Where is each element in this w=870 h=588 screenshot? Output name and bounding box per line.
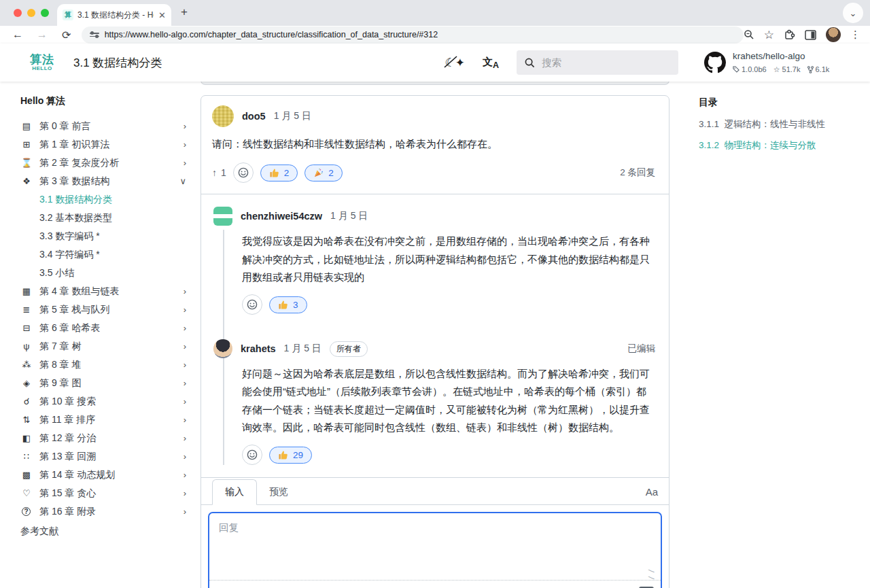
chevron-right-icon[interactable]: › bbox=[184, 415, 190, 425]
sidebar-item-ch2[interactable]: ⌛第 2 章 复杂度分析› bbox=[20, 154, 190, 172]
calculator-icon: ⊞ bbox=[20, 139, 33, 150]
sidebar-item-ch0[interactable]: ▤第 0 章 前言› bbox=[20, 117, 190, 135]
site-settings-icon[interactable] bbox=[90, 33, 99, 37]
reload-button[interactable]: ⟳ bbox=[60, 29, 73, 41]
address-bar[interactable]: https://www.hello-algo.com/chapter_data_… bbox=[82, 27, 744, 44]
sidebar-item-ch11[interactable]: ⇅第 11 章 排序› bbox=[20, 411, 190, 429]
divide-conquer-icon: ◧ bbox=[20, 433, 33, 443]
side-panel-icon[interactable] bbox=[805, 30, 816, 40]
reply-textarea[interactable]: 回复 〳〳 M↓ bbox=[208, 512, 662, 588]
reaction-party-popper[interactable]: 2 bbox=[304, 165, 343, 181]
reaction-thumbs-up[interactable]: 3 bbox=[269, 296, 307, 313]
macos-minimize-button[interactable] bbox=[27, 9, 35, 17]
chevron-right-icon[interactable]: › bbox=[184, 139, 190, 150]
toc-item-311[interactable]: 3.1.1 逻辑结构：线性与非线性 bbox=[699, 118, 855, 131]
reaction-thumbs-up[interactable]: 2 bbox=[260, 165, 298, 181]
add-reaction-button[interactable] bbox=[242, 294, 262, 315]
forward-button[interactable]: → bbox=[35, 29, 49, 41]
sidebar-item-references[interactable]: 参考文献 bbox=[20, 522, 190, 540]
avatar[interactable] bbox=[212, 105, 234, 127]
sidebar-item-3-5[interactable]: 3.5 小结 bbox=[20, 264, 190, 282]
chevron-right-icon[interactable]: › bbox=[184, 506, 190, 517]
chevron-right-icon[interactable]: › bbox=[184, 286, 190, 296]
upvote-button[interactable]: ↑1 bbox=[212, 167, 226, 178]
chevron-right-icon[interactable]: › bbox=[184, 360, 190, 370]
sidebar-item-ch15[interactable]: ♡第 15 章 贪心› bbox=[20, 484, 190, 502]
theme-toggle-icon[interactable]: ☾✦ bbox=[445, 56, 464, 70]
sidebar-item-ch13[interactable]: ∷第 13 章 回溯› bbox=[20, 447, 190, 466]
sidebar-item-ch4[interactable]: ▦第 4 章 数组与链表› bbox=[20, 282, 190, 300]
browser-tab[interactable]: 算 3.1 数据结构分类 - Hello 算法 ✕ bbox=[57, 4, 171, 26]
chevron-right-icon[interactable]: › bbox=[184, 121, 190, 131]
language-translate-icon[interactable]: 文A bbox=[483, 56, 499, 70]
sidebar-item-ch1[interactable]: ⊞第 1 章 初识算法› bbox=[20, 135, 190, 154]
replies-section: chenzhiwei54czw 1 月 5 日 我觉得应该是因为哈希表在没有冲突… bbox=[201, 194, 669, 477]
add-reaction-button[interactable] bbox=[242, 445, 262, 465]
zoom-icon[interactable] bbox=[744, 29, 754, 40]
macos-zoom-button[interactable] bbox=[41, 9, 49, 17]
chevron-right-icon[interactable]: › bbox=[184, 305, 190, 315]
chevron-right-icon[interactable]: › bbox=[184, 158, 190, 168]
back-button[interactable]: ← bbox=[11, 29, 24, 41]
avatar[interactable] bbox=[213, 339, 232, 358]
chevron-right-icon[interactable]: › bbox=[184, 323, 190, 333]
comment-date[interactable]: 1 月 5 日 bbox=[274, 110, 311, 122]
smiley-icon bbox=[238, 167, 249, 178]
tab-preview[interactable]: 预览 bbox=[257, 480, 300, 504]
sidebar-item-ch8[interactable]: ⁂第 8 章 堆› bbox=[20, 356, 190, 374]
add-reaction-button[interactable] bbox=[233, 162, 254, 183]
site-logo[interactable]: 算法 HELLO bbox=[30, 54, 54, 71]
text-format-toggle[interactable]: Aa bbox=[646, 486, 658, 504]
tab-close-icon[interactable]: ✕ bbox=[158, 10, 166, 20]
resize-handle[interactable]: 〳〳 bbox=[648, 568, 655, 582]
extensions-icon[interactable] bbox=[784, 29, 795, 41]
sidebar-item-ch9[interactable]: ◈第 9 章 图› bbox=[20, 374, 190, 392]
sidebar-item-ch5[interactable]: ≣第 5 章 栈与队列› bbox=[20, 300, 190, 319]
tab-write[interactable]: 输入 bbox=[212, 479, 257, 505]
chevron-right-icon[interactable]: › bbox=[184, 341, 190, 351]
search-input[interactable] bbox=[542, 57, 650, 68]
chevron-down-icon[interactable]: ∨ bbox=[179, 176, 190, 186]
avatar[interactable] bbox=[213, 207, 232, 226]
chevron-right-icon[interactable]: › bbox=[184, 396, 190, 407]
new-tab-button[interactable]: + bbox=[181, 5, 188, 19]
comment-author[interactable]: chenzhiwei54czw bbox=[241, 211, 322, 222]
chevron-right-icon[interactable]: › bbox=[184, 451, 190, 462]
chevron-right-icon[interactable]: › bbox=[184, 433, 190, 443]
sidebar-item-3-4[interactable]: 3.4 字符编码 * bbox=[20, 245, 190, 264]
sidebar-item-ch6[interactable]: ⊟第 6 章 哈希表› bbox=[20, 319, 190, 337]
comment-author[interactable]: krahets bbox=[241, 343, 276, 354]
site-favicon: 算 bbox=[63, 10, 73, 20]
browser-profile-avatar[interactable] bbox=[826, 27, 841, 42]
sidebar-item-ch3[interactable]: ❖第 3 章 数据结构∨ bbox=[20, 172, 190, 190]
toc-item-312[interactable]: 3.1.2 物理结构：连续与分散 bbox=[699, 139, 855, 152]
comment-date[interactable]: 1 月 5 日 bbox=[330, 210, 368, 222]
comment-date[interactable]: 1 月 5 日 bbox=[284, 343, 321, 355]
sidebar-item-ch7[interactable]: ψ第 7 章 树› bbox=[20, 337, 190, 356]
browser-toolbar: ← → ⟳ https://www.hello-algo.com/chapter… bbox=[0, 26, 870, 44]
chevron-right-icon[interactable]: › bbox=[184, 488, 190, 498]
sidebar-item-3-2[interactable]: 3.2 基本数据类型 bbox=[20, 209, 190, 227]
browser-tabstrip: 算 3.1 数据结构分类 - Hello 算法 ✕ + ⌄ bbox=[0, 0, 870, 26]
party-popper-icon bbox=[313, 168, 324, 178]
macos-close-button[interactable] bbox=[14, 9, 22, 17]
github-repo-link[interactable]: krahets/hello-algo 1.0.0b6 ☆51.7k 6.1k bbox=[704, 50, 840, 74]
reaction-thumbs-up[interactable]: 29 bbox=[269, 447, 312, 464]
thumbs-up-icon bbox=[278, 300, 288, 310]
chevron-down-icon[interactable]: ⌄ bbox=[843, 3, 863, 23]
chevron-right-icon[interactable]: › bbox=[184, 378, 190, 388]
stack-icon: ≣ bbox=[20, 305, 33, 315]
sidebar-item-ch12[interactable]: ◧第 12 章 分治› bbox=[20, 429, 190, 447]
comment-author[interactable]: doo5 bbox=[242, 111, 266, 122]
sidebar-item-3-1[interactable]: 3.1 数据结构分类 bbox=[20, 190, 190, 209]
sidebar-item-ch16[interactable]: ?第 16 章 附录› bbox=[20, 502, 190, 521]
search-box[interactable] bbox=[517, 50, 678, 75]
chevron-right-icon[interactable]: › bbox=[184, 470, 190, 480]
browser-menu-icon[interactable]: ⋮ bbox=[850, 29, 860, 41]
sidebar-item-ch10[interactable]: ☌第 10 章 搜索› bbox=[20, 392, 190, 411]
sidebar-item-3-3[interactable]: 3.3 数字编码 * bbox=[20, 227, 190, 245]
sidebar-item-ch14[interactable]: ▩第 14 章 动态规划› bbox=[20, 466, 190, 484]
site-name: Hello 算法 bbox=[20, 95, 190, 107]
bookmark-star-icon[interactable]: ☆ bbox=[764, 28, 774, 42]
backtracking-icon: ∷ bbox=[20, 451, 33, 462]
